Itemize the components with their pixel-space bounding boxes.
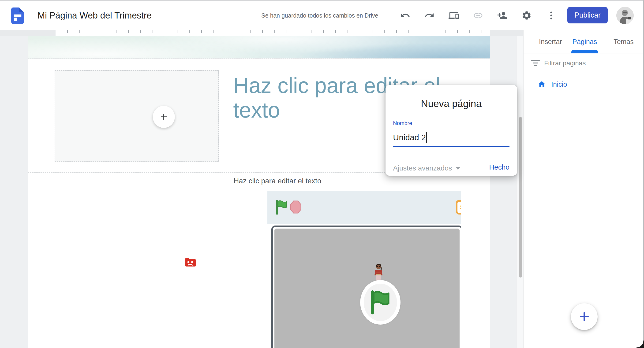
google-sites-logo-icon[interactable] — [11, 7, 24, 23]
green-flag-icon[interactable] — [276, 200, 288, 215]
header-banner-image[interactable] — [28, 36, 490, 58]
home-icon — [538, 80, 546, 88]
page-name: Inicio — [551, 80, 567, 88]
more-vert-icon[interactable] — [546, 10, 556, 20]
scratch-embed[interactable]: S — [268, 191, 461, 348]
tab-label: Insertar — [539, 38, 562, 46]
text-cursor — [426, 132, 427, 143]
canvas-scrollbar-track[interactable] — [516, 36, 523, 348]
publish-button[interactable]: Publicar — [567, 7, 608, 23]
document-title[interactable]: Mi Página Web del Trimestre — [38, 0, 152, 30]
right-sidebar: Insertar Páginas Temas Inicio — [523, 30, 644, 348]
page-sheet[interactable]: + Haz clic para editar el texto Haz clic… — [28, 36, 490, 348]
filter-pages-row — [524, 53, 644, 73]
filter-icon — [531, 60, 540, 66]
scratch-control-bar: S — [268, 191, 461, 224]
new-page-dialog: Nueva página Nombre Unidad 2 Ajustes ava… — [386, 85, 517, 176]
advanced-settings-toggle[interactable]: Ajustes avanzados — [393, 164, 460, 172]
chevron-down-icon — [455, 167, 460, 170]
add-image-plus-button[interactable]: + — [153, 106, 175, 128]
name-field-label: Nombre — [393, 120, 412, 126]
green-flag-start-button[interactable] — [360, 280, 400, 325]
tab-label: Páginas — [572, 38, 597, 46]
tab-label: Temas — [614, 38, 634, 46]
filter-pages-input[interactable] — [544, 59, 634, 67]
settings-gear-icon[interactable] — [522, 10, 532, 20]
canvas-scrollbar-thumb[interactable] — [518, 117, 522, 278]
ruler-strip — [0, 30, 523, 36]
tab-paginas[interactable]: Páginas — [563, 30, 606, 53]
ruler-ticks — [56, 30, 490, 36]
top-toolbar: Mi Página Web del Trimestre Se han guard… — [0, 0, 644, 30]
page-name-input[interactable]: Unidad 2 — [393, 129, 510, 147]
editor-canvas: + Haz clic para editar el texto Haz clic… — [0, 36, 523, 348]
add-page-fab[interactable] — [571, 303, 598, 330]
window-corner — [636, 341, 644, 348]
google-sites-editor: Mi Página Web del Trimestre Se han guard… — [0, 0, 644, 348]
save-status: Se han guardado todos los cambios en Dri… — [261, 0, 378, 30]
person-add-icon[interactable] — [497, 10, 507, 20]
sidebar-page-inicio[interactable]: Inicio — [524, 75, 644, 94]
done-button[interactable]: Hecho — [489, 163, 510, 171]
broken-image-icon — [185, 257, 196, 268]
dialog-title: Nueva página — [386, 98, 517, 109]
undo-icon[interactable] — [400, 10, 410, 20]
advanced-settings-label: Ajustes avanzados — [393, 164, 452, 172]
sidebar-tabs: Insertar Páginas Temas — [524, 30, 644, 53]
page-body-placeholder[interactable]: Haz clic para editar el texto — [234, 177, 321, 185]
redo-icon[interactable] — [424, 10, 434, 20]
scratch-profile-icon-clipped[interactable]: S — [456, 200, 461, 215]
image-placeholder[interactable]: + — [54, 70, 219, 162]
stop-sign-icon[interactable] — [290, 200, 302, 214]
user-avatar[interactable] — [616, 7, 634, 24]
page-name-value: Unidad 2 — [393, 133, 426, 142]
active-tab-indicator — [571, 50, 598, 53]
insert-link-icon[interactable] — [473, 10, 483, 20]
device-preview-icon[interactable] — [448, 10, 459, 20]
tab-temas[interactable]: Temas — [606, 30, 641, 53]
